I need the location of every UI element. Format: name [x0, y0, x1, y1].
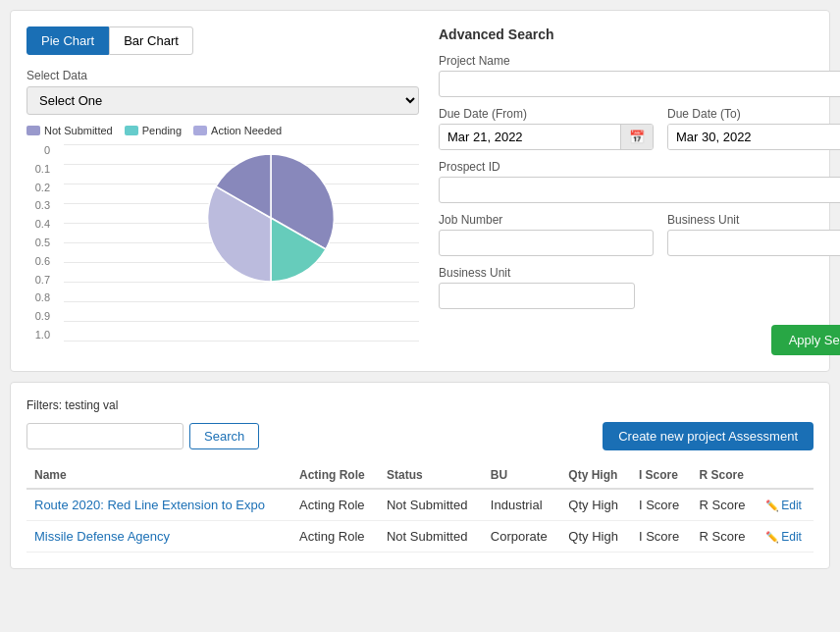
due-date-to-wrap: 📅: [667, 124, 840, 150]
table-body: Route 2020: Red Line Extension to Expo A…: [26, 489, 814, 553]
business-unit-top-label: Business Unit: [667, 213, 840, 227]
due-date-from-wrap: 📅: [439, 124, 654, 150]
col-acting-role: Acting Role: [291, 462, 379, 489]
legend-pending: Pending: [125, 125, 182, 136]
row1-status: Not Submitted: [379, 489, 483, 521]
row2-r-score: R Score: [691, 521, 758, 553]
row1-edit-link[interactable]: ✏️Edit: [765, 499, 802, 512]
filters-value: testing val: [65, 398, 118, 412]
chart-panel: Pie Chart Bar Chart Select Data Select O…: [26, 26, 419, 355]
business-unit-bottom-label: Business Unit: [439, 266, 840, 280]
due-date-to-input[interactable]: [668, 125, 840, 149]
row2-bu: Corporate: [483, 521, 560, 553]
business-unit-top-group: Business Unit: [667, 213, 840, 256]
job-number-label: Job Number: [439, 213, 654, 227]
pie-chart-svg: [197, 144, 344, 291]
prospect-id-input[interactable]: [439, 177, 840, 203]
job-bu-row: Job Number Business Unit: [439, 213, 840, 256]
apply-search-button[interactable]: Apply Search: [771, 325, 840, 355]
due-date-row: Due Date (From) 📅 Due Date (To) 📅: [439, 107, 840, 150]
business-unit-bottom-row: Business Unit: [439, 266, 840, 309]
bar-chart-tab[interactable]: Bar Chart: [109, 26, 193, 55]
results-card: Filters: testing val Search Create new p…: [10, 382, 830, 569]
legend-label-action-needed: Action Needed: [211, 125, 282, 136]
col-i-score: I Score: [631, 462, 692, 489]
chart-area: 1.0 0.9 0.8 0.7 0.6 0.5 0.4 0.3 0.2 0.1 …: [26, 144, 419, 341]
filters-row: Filters: testing val: [26, 398, 814, 412]
row2-status: Not Submitted: [379, 521, 483, 553]
col-status: Status: [379, 462, 483, 489]
project-name-input[interactable]: [439, 71, 840, 97]
row2-edit-link[interactable]: ✏️Edit: [765, 530, 802, 544]
col-bu: BU: [483, 462, 560, 489]
legend-dot-action-needed: [193, 126, 207, 135]
prospect-id-row: Prospect ID: [439, 160, 840, 203]
prospect-id-group: Prospect ID: [439, 160, 840, 203]
table-header: Name Acting Role Status BU Qty High I Sc…: [26, 462, 814, 489]
business-unit-top-input[interactable]: [667, 230, 840, 256]
create-assessment-button[interactable]: Create new project Assessment: [603, 422, 814, 450]
edit-pencil-icon-2: ✏️: [765, 531, 779, 543]
results-table: Name Acting Role Status BU Qty High I Sc…: [26, 462, 814, 553]
col-qty-high: Qty High: [560, 462, 631, 489]
due-date-from-group: Due Date (From) 📅: [439, 107, 654, 150]
legend-action-needed: Action Needed: [193, 125, 282, 136]
select-data-dropdown[interactable]: Select One: [26, 86, 419, 115]
advanced-search-panel: Advanced Search Project Name Due Date (F…: [439, 26, 840, 355]
project-name-label: Project Name: [439, 54, 840, 68]
search-button[interactable]: Search: [189, 423, 259, 449]
table-row: Route 2020: Red Line Extension to Expo A…: [26, 489, 814, 521]
chart-legend: Not Submitted Pending Action Needed: [26, 125, 419, 136]
business-unit-bottom-group: Business Unit: [439, 266, 840, 309]
col-actions: [758, 462, 814, 489]
row1-bu: Industrial: [483, 489, 560, 521]
row1-qty-high: Qty High: [560, 489, 631, 521]
edit-pencil-icon: ✏️: [765, 500, 779, 511]
pie-chart-tab[interactable]: Pie Chart: [26, 26, 109, 55]
legend-label-pending: Pending: [142, 125, 182, 136]
job-number-group: Job Number: [439, 213, 654, 256]
chart-tabs: Pie Chart Bar Chart: [26, 26, 419, 55]
col-name: Name: [26, 462, 291, 489]
row2-i-score: I Score: [631, 521, 692, 553]
search-text-input[interactable]: [26, 423, 184, 449]
legend-label-not-submitted: Not Submitted: [44, 125, 113, 136]
prospect-id-label: Prospect ID: [439, 160, 840, 174]
row1-name-link[interactable]: Route 2020: Red Line Extension to Expo: [34, 498, 265, 512]
col-r-score: R Score: [691, 462, 758, 489]
apply-btn-container: Apply Search: [439, 319, 840, 355]
advanced-search-title: Advanced Search: [439, 26, 840, 42]
row1-r-score: R Score: [691, 489, 758, 521]
project-name-group: Project Name: [439, 54, 840, 97]
row2-qty-high: Qty High: [560, 521, 631, 553]
due-date-to-group: Due Date (To) 📅: [667, 107, 840, 150]
search-row: Search Create new project Assessment: [26, 422, 814, 450]
project-name-row: Project Name: [439, 54, 840, 97]
calendar-from-icon[interactable]: 📅: [620, 125, 653, 149]
filters-label: Filters:: [26, 398, 62, 412]
table-row: Missile Defense Agency Acting Role Not S…: [26, 521, 814, 553]
row2-acting-role: Acting Role: [291, 521, 379, 553]
row2-name-link[interactable]: Missile Defense Agency: [34, 529, 170, 544]
legend-dot-not-submitted: [26, 126, 40, 135]
row1-acting-role: Acting Role: [291, 489, 379, 521]
select-data-label: Select Data: [26, 69, 419, 82]
due-date-from-label: Due Date (From): [439, 107, 654, 121]
search-input-group: Search: [26, 423, 259, 449]
due-date-to-label: Due Date (To): [667, 107, 840, 121]
pie-chart-content: [64, 144, 419, 341]
legend-dot-pending: [125, 126, 138, 135]
due-date-from-input[interactable]: [440, 125, 620, 149]
y-axis: 1.0 0.9 0.8 0.7 0.6 0.5 0.4 0.3 0.2 0.1 …: [26, 144, 54, 341]
job-number-input[interactable]: [439, 230, 654, 256]
business-unit-bottom-input[interactable]: [439, 283, 635, 309]
row1-i-score: I Score: [631, 489, 692, 521]
legend-not-submitted: Not Submitted: [26, 125, 113, 136]
